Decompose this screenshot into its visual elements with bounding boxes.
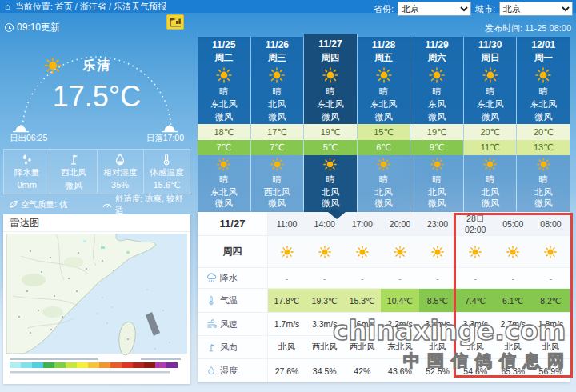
hourly-humidity-value: 42% bbox=[343, 359, 381, 382]
night-wind-level: 微风 bbox=[251, 198, 304, 212]
night-section: 晴 西北风 微风 bbox=[251, 155, 304, 212]
hourly-times-row: 11/27 11:0014:0017:0020:0023:0028日02:000… bbox=[198, 212, 570, 236]
hourly-icons-row: 周四 bbox=[198, 236, 570, 268]
humidity-stat: 相对湿度 35% bbox=[97, 150, 143, 194]
night-wind-direction: 北风 bbox=[464, 186, 517, 198]
day-section: 11/25 周二 晴 东北风 微风 bbox=[198, 37, 250, 124]
night-wind-direction: 西北风 bbox=[251, 186, 304, 198]
daily-forecast-table: 11/25 周二 晴 东北风 微风 18℃ 7℃ 晴 东北风 微风 11/26 … bbox=[198, 34, 570, 210]
hourly-times-value: 08:00 bbox=[532, 212, 570, 235]
day-low-temp: 5℃ bbox=[304, 140, 357, 155]
day-section: 11/30 周日 晴 东北风 微风 bbox=[464, 37, 517, 124]
radar-panel: 雷达图 bbox=[3, 214, 190, 384]
air-comfort-row: 空气质量: 优 舒适度: 凉爽, 较舒适 bbox=[3, 198, 190, 211]
day-high-temp: 18℃ bbox=[198, 124, 250, 140]
hourly-precip-value: - bbox=[343, 268, 381, 288]
day-column[interactable]: 11/25 周二 晴 东北风 微风 18℃ 7℃ 晴 东北风 微风 bbox=[198, 37, 251, 210]
thermometer-icon bbox=[206, 295, 217, 306]
night-wind-direction: 北风 bbox=[304, 186, 357, 198]
selected-day-pointer bbox=[328, 212, 346, 219]
hourly-times-value: 17:00 bbox=[343, 212, 381, 235]
hourly-wind_speed-value: 3.1m/s bbox=[419, 313, 457, 335]
leaf-icon bbox=[8, 199, 18, 210]
day-weekday: 周日 bbox=[464, 52, 517, 65]
province-select[interactable]: 北京 bbox=[398, 2, 471, 16]
radar-title: 雷达图 bbox=[3, 214, 190, 232]
night-section: 晴 北风 微风 bbox=[358, 155, 410, 212]
day-section: 11/29 周六 晴 东风 微风 bbox=[410, 37, 463, 124]
breadcrumb-home-link[interactable]: 首页 bbox=[55, 2, 73, 11]
hourly-precip-value: - bbox=[268, 268, 306, 288]
day-date: 11/30 bbox=[464, 37, 517, 52]
hourly-humidity-value: 52.5% bbox=[419, 359, 457, 382]
city-select[interactable]: 北京 bbox=[499, 2, 573, 16]
hourly-times-value: 23:00 bbox=[419, 212, 457, 235]
sun-icon bbox=[410, 65, 463, 86]
day-wind-direction: 东风 bbox=[410, 98, 463, 111]
hourly-humidity-label: 湿度 bbox=[220, 365, 238, 377]
hourly-humidity-value: 54.6% bbox=[457, 359, 494, 382]
night-section: 晴 东北风 微风 bbox=[198, 155, 250, 212]
sun-icon bbox=[381, 236, 418, 267]
sun-icon bbox=[494, 236, 532, 267]
sunset-time: 日落17:00 bbox=[146, 133, 184, 144]
hourly-wind_speed-value: 1.7m/s bbox=[268, 313, 306, 335]
day-column[interactable]: 11/29 周六 晴 东风 微风 19℃ 9℃ 晴 北风 微风 bbox=[410, 37, 464, 210]
night-condition: 晴 bbox=[464, 174, 517, 186]
weather-chart-icon[interactable] bbox=[166, 14, 184, 30]
day-low-temp: 6℃ bbox=[358, 140, 410, 155]
day-wind-direction: 东北风 bbox=[464, 98, 517, 111]
day-column[interactable]: 11/30 周日 晴 东北风 微风 20℃ 11℃ 晴 北风 微风 bbox=[464, 37, 518, 210]
sunrise-time: 日出06:25 bbox=[10, 133, 47, 144]
precipitation-icon bbox=[4, 153, 50, 166]
hourly-precip-value: - bbox=[306, 268, 343, 288]
day-column[interactable]: 11/28 周五 晴 东北风 微风 15℃ 6℃ 晴 北风 微风 bbox=[358, 37, 411, 210]
sunset-icon bbox=[162, 125, 178, 132]
day-date: 11/26 bbox=[251, 37, 304, 52]
day-condition: 晴 bbox=[464, 86, 517, 98]
sun-icon bbox=[410, 155, 463, 174]
update-time: 09:10更新 bbox=[5, 21, 60, 34]
day-weekday: 周三 bbox=[251, 52, 304, 65]
hourly-wind-dir-label: 风向 bbox=[220, 342, 238, 354]
sun-icon bbox=[251, 65, 304, 86]
day-date: 11/29 bbox=[410, 37, 463, 52]
hourly-wind_speed-value: 3.3m/s bbox=[457, 313, 494, 335]
sun-icon bbox=[343, 236, 381, 267]
publish-time: 发布时间: 11-25 08:00 bbox=[485, 22, 571, 34]
hourly-temps-value: 8.5℃ bbox=[419, 289, 457, 312]
hourly-temp-label: 气温 bbox=[220, 294, 238, 306]
air-quality: 空气质量: 优 bbox=[3, 199, 97, 210]
day-wind-level: 微风 bbox=[198, 111, 250, 124]
night-wind-direction: 北风 bbox=[410, 186, 463, 198]
sun-icon bbox=[517, 155, 570, 174]
breadcrumb-province-link[interactable]: 浙江省 bbox=[80, 2, 106, 11]
hourly-wind-speed-row: 风速 1.7m/s3.3m/s1.6m/s2.2m/s3.1m/s3.3m/s2… bbox=[198, 313, 570, 336]
day-column[interactable]: 11/27 周四 晴 东北风 微风 19℃ 5℃ 晴 北风 微风 bbox=[304, 34, 358, 210]
day-column[interactable]: 11/26 周三 晴 北风 微风 17℃ 7℃ 晴 西北风 微风 bbox=[251, 37, 305, 210]
hourly-precip-value: - bbox=[532, 268, 570, 288]
day-weekday: 周二 bbox=[198, 52, 250, 65]
day-column[interactable]: 12/01 周一 晴 东北风 微风 20℃ 13℃ 晴 北风 微风 bbox=[517, 37, 570, 210]
hourly-precip-row: 降水 -------- bbox=[198, 268, 570, 289]
wind-speed-icon bbox=[206, 319, 217, 330]
day-condition: 晴 bbox=[517, 86, 570, 98]
night-wind-level: 微风 bbox=[198, 198, 250, 212]
hourly-wind_dir-value: 东北风 bbox=[381, 336, 418, 358]
night-section: 晴 北风 微风 bbox=[464, 155, 517, 212]
hourly-temps-value: 19.3℃ bbox=[306, 289, 343, 312]
day-weekday: 周四 bbox=[304, 52, 357, 65]
day-wind-direction: 东北风 bbox=[198, 98, 250, 111]
day-high-temp: 20℃ bbox=[464, 124, 517, 140]
night-wind-level: 微风 bbox=[358, 198, 410, 212]
sun-icon bbox=[268, 236, 306, 267]
city-name: 乐清 bbox=[3, 58, 190, 74]
night-condition: 晴 bbox=[251, 174, 304, 186]
hourly-wind-dir-row: 风向 北风西北风西北风东北风北风北风北风北风 bbox=[198, 336, 570, 359]
hourly-wind-speed-label: 风速 bbox=[220, 318, 238, 330]
breadcrumb-page-link[interactable]: 乐清天气预报 bbox=[114, 2, 166, 11]
wind-stat: 西北风 微风 bbox=[50, 150, 96, 194]
precipitation-stat: 降水量 0mm bbox=[4, 150, 50, 194]
day-date: 11/25 bbox=[198, 37, 250, 52]
sun-icon bbox=[304, 65, 357, 86]
